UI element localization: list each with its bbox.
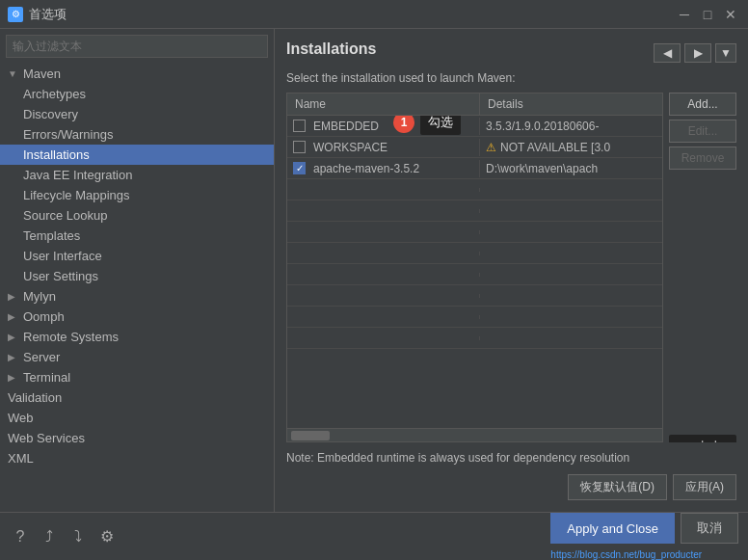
table-row[interactable] — [287, 222, 662, 243]
sidebar-item-validation[interactable]: Validation — [0, 387, 274, 408]
sidebar-item-java-ee-integration[interactable]: Java EE Integration — [0, 165, 274, 185]
sidebar-item-web-services-label: Web Services — [8, 431, 85, 445]
horizontal-scrollbar[interactable] — [287, 428, 662, 441]
name-column-header: Name — [287, 93, 480, 115]
sidebar-item-installations[interactable]: Installations — [0, 145, 274, 165]
row2-checkbox[interactable] — [293, 141, 306, 153]
sidebar-item-user-settings[interactable]: User Settings — [0, 266, 274, 286]
details-column-header: Details — [480, 93, 662, 115]
sidebar-item-xml[interactable]: XML — [0, 448, 274, 468]
right-panel: Installations ◀ ▶ ▼ Select the installat… — [275, 29, 748, 512]
title-bar: ⚙ 首选项 ─ □ ✕ — [0, 0, 748, 29]
sidebar-item-archetypes-label: Archetypes — [23, 87, 86, 101]
sidebar-item-installations-label: Installations — [23, 147, 90, 162]
minimize-button[interactable]: ─ — [675, 5, 694, 24]
maximize-button[interactable]: □ — [698, 5, 717, 24]
sidebar-item-web-services[interactable]: Web Services — [0, 428, 274, 448]
sidebar-item-lifecycle-mappings[interactable]: Lifecycle Mappings — [0, 185, 274, 205]
nav-forward-button[interactable]: ▶ — [684, 43, 711, 63]
table-row[interactable]: ✓ apache-maven-3.5.2 D:\work\maven\apach — [287, 158, 662, 179]
search-box[interactable] — [6, 35, 268, 58]
row3-name-cell: ✓ apache-maven-3.5.2 — [287, 160, 480, 177]
empty-cell — [287, 273, 480, 277]
apply-button[interactable]: 应用(A) — [673, 474, 736, 500]
row3-details: D:\work\maven\apach — [486, 162, 598, 175]
empty-cell — [480, 209, 662, 213]
settings-icon-button[interactable]: ⚙ — [96, 526, 118, 547]
remove-button[interactable]: Remove — [669, 147, 736, 170]
add-button[interactable]: Add... — [669, 93, 736, 116]
table-row[interactable] — [287, 285, 662, 307]
sidebar-item-archetypes[interactable]: Archetypes — [0, 84, 274, 104]
sidebar-item-remote-systems[interactable]: ▶ Remote Systems — [0, 327, 274, 347]
table-row[interactable] — [287, 307, 662, 328]
restore-defaults-button[interactable]: 恢复默认值(D) — [568, 474, 667, 500]
sidebar-item-web[interactable]: Web — [0, 408, 274, 428]
empty-cell — [287, 209, 480, 213]
title-bar-left: ⚙ 首选项 — [8, 6, 67, 23]
apply-close-button[interactable]: Apply and Close — [550, 513, 675, 544]
row3-checkbox[interactable]: ✓ — [293, 162, 306, 174]
sidebar-item-source-lookup[interactable]: Source Lookup — [0, 205, 274, 226]
table-row[interactable]: WORKSPACE ⚠ NOT AVAILABLE [3.0 — [287, 137, 662, 158]
sidebar-item-server[interactable]: ▶ Server — [0, 347, 274, 367]
nav-back-button[interactable]: ◀ — [654, 43, 681, 63]
table-header: Name Details — [287, 93, 662, 116]
empty-cell — [480, 315, 662, 319]
note-text: Note: Embedded runtime is always used fo… — [286, 450, 736, 467]
empty-cell — [287, 230, 480, 234]
import-icon-button[interactable]: ⤵ — [67, 526, 89, 547]
sidebar-item-terminal-label: Terminal — [23, 370, 70, 385]
row1-details: 3.5.3/1.9.0.20180606- — [486, 120, 599, 133]
inner-btn-row: 恢复默认值(D) 应用(A) — [286, 474, 736, 500]
empty-cell — [287, 188, 480, 192]
sidebar-item-templates[interactable]: Templates — [0, 226, 274, 246]
row2-details-cell: ⚠ NOT AVAILABLE [3.0 — [480, 139, 662, 156]
table-row[interactable] — [287, 328, 662, 349]
search-input[interactable] — [6, 35, 268, 58]
sidebar-item-server-label: Server — [23, 350, 60, 364]
empty-cell — [287, 336, 480, 340]
row2-details: NOT AVAILABLE [3.0 — [500, 141, 610, 154]
sidebar-item-java-ee-label: Java EE Integration — [23, 168, 132, 182]
sidebar-item-user-interface[interactable]: User Interface — [0, 246, 274, 266]
row1-checkbox[interactable] — [293, 120, 306, 132]
nav-dropdown-button[interactable]: ▼ — [715, 43, 736, 63]
main-container: ▼ Maven Archetypes Discovery Errors/Warn… — [0, 29, 748, 512]
sidebar-item-discovery-label: Discovery — [23, 107, 78, 121]
sidebar-item-xml-label: XML — [8, 451, 34, 466]
empty-cell — [287, 252, 480, 255]
sidebar-item-oomph[interactable]: ▶ Oomph — [0, 307, 274, 327]
h-scroll-thumb[interactable] — [291, 431, 330, 440]
title-bar-title: 首选项 — [29, 6, 67, 23]
table-row[interactable] — [287, 179, 662, 200]
empty-cell — [480, 188, 662, 192]
row2-name: WORKSPACE — [313, 141, 387, 154]
cancel-button[interactable]: 取消 — [681, 513, 738, 544]
mylyn-toggle-icon: ▶ — [8, 291, 21, 302]
export-icon-button[interactable]: ⤴ — [39, 526, 60, 547]
sidebar-item-maven-group[interactable]: ▼ Maven — [0, 64, 274, 84]
table-row[interactable] — [287, 243, 662, 264]
empty-cell — [480, 336, 662, 340]
table-row[interactable]: EMBEDDED 3.5.3/1.9.0.20180606- 1 勾选 — [287, 116, 662, 137]
sidebar-item-errors-warnings[interactable]: Errors/Warnings — [0, 124, 274, 145]
table-row[interactable] — [287, 264, 662, 285]
table-row[interactable] — [287, 200, 662, 222]
oomph-toggle-icon: ▶ — [8, 311, 21, 322]
url-text: https://blog.csdn.net/bug_producter — [550, 549, 702, 560]
panel-title: Installations — [286, 40, 376, 58]
sidebar-item-discovery[interactable]: Discovery — [0, 104, 274, 124]
close-button[interactable]: ✕ — [721, 5, 740, 24]
sidebar-item-user-settings-label: User Settings — [23, 269, 98, 283]
edit-button[interactable]: Edit... — [669, 120, 736, 143]
maven-toggle-icon: ▼ — [8, 68, 21, 79]
sidebar-item-mylyn[interactable]: ▶ Mylyn — [0, 286, 274, 307]
sidebar-item-errors-warnings-label: Errors/Warnings — [23, 127, 113, 142]
bottom-right-buttons: Apply and Close 取消 https://blog.csdn.net… — [550, 513, 738, 560]
sidebar-item-templates-label: Templates — [23, 228, 80, 243]
panel-subtitle: Select the installation used to launch M… — [286, 71, 736, 85]
sidebar-item-terminal[interactable]: ▶ Terminal — [0, 367, 274, 387]
empty-cell — [287, 294, 480, 298]
help-icon-button[interactable]: ? — [10, 526, 31, 547]
